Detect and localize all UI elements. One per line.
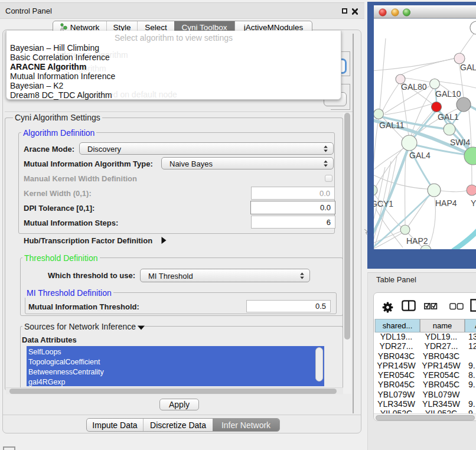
svg-text:GAL: GAL [460,63,476,72]
svg-text:GAL80: GAL80 [401,82,427,92]
svg-text:GAL1: GAL1 [438,112,459,122]
svg-text:HAP2: HAP2 [406,236,428,246]
svg-text:HAP4: HAP4 [435,198,457,208]
svg-text:GAL11: GAL11 [379,120,405,130]
svg-text:GAL4: GAL4 [409,151,431,160]
svg-text:GCY1: GCY1 [371,199,393,208]
svg-text:Y: Y [471,198,476,208]
svg-text:SWI4: SWI4 [450,138,470,147]
svg-text:GAL10: GAL10 [435,89,461,99]
